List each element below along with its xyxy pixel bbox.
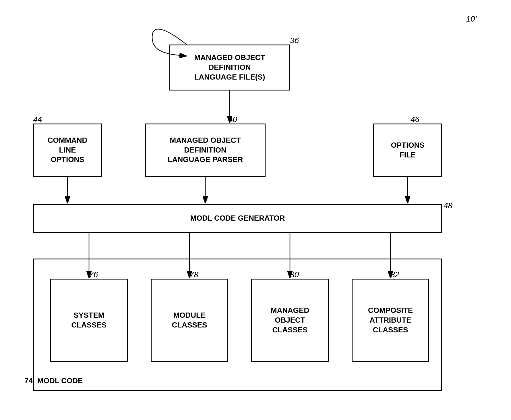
diagram-container: 10' MANAGED OBJECT DEFINITIONLANGUAGE FI… — [0, 0, 511, 420]
ref-46: 46 — [411, 115, 419, 124]
ref-40: 40 — [228, 115, 237, 124]
ref-82: 82 — [390, 270, 399, 279]
ref-78: 78 — [189, 270, 198, 279]
ref-80: 80 — [290, 270, 299, 279]
box-modl-file: MANAGED OBJECT DEFINITIONLANGUAGE FILE(S… — [169, 45, 290, 90]
box-command-line: COMMANDLINEOPTIONS — [33, 124, 102, 177]
box-module-classes: MODULECLASSES — [151, 279, 228, 362]
box-modl-parser: MANAGED OBJECT DEFINITIONLANGUAGE PARSER — [145, 124, 266, 177]
modl-code-label: 74 — [24, 376, 33, 385]
ref-44: 44 — [33, 115, 42, 124]
ref-10: 10' — [466, 14, 477, 24]
box-managed-object-classes: MANAGEDOBJECTCLASSES — [251, 279, 329, 362]
ref-36: 36 — [290, 36, 299, 45]
box-composite-attribute: COMPOSITEATTRIBUTECLASSES — [352, 279, 429, 362]
box-system-classes: SYSTEMCLASSES — [50, 279, 128, 362]
box-code-generator: MODL CODE GENERATOR — [33, 204, 442, 233]
ref-48: 48 — [444, 201, 452, 210]
ref-76: 76 — [89, 270, 98, 279]
modl-code-text: MODL CODE — [37, 376, 83, 385]
box-options-file: OPTIONSFILE — [373, 124, 442, 177]
